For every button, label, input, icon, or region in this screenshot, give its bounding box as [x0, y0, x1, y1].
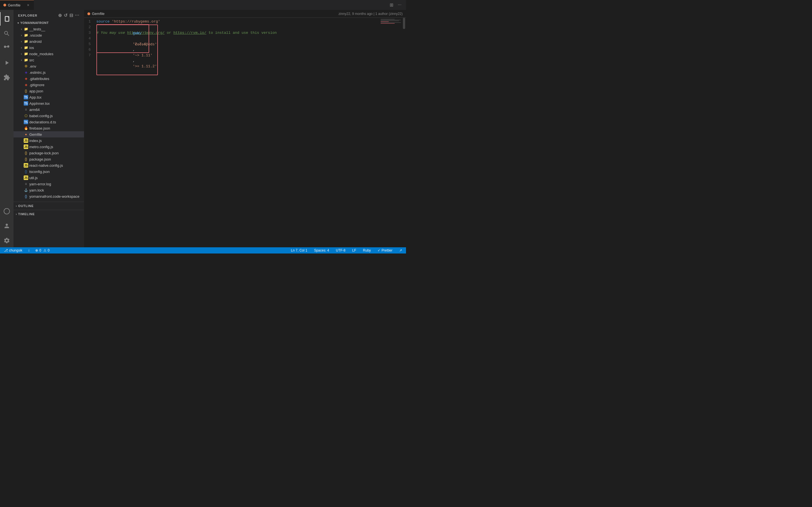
file-rn-config[interactable]: JS react-native.config.js [13, 162, 84, 168]
split-editor-icon[interactable]: ⊞ [389, 2, 395, 8]
golive-item[interactable]: ↗ [398, 247, 404, 253]
outline-header[interactable]: › OUTLINE [13, 203, 84, 209]
file-workspace[interactable]: {} yomannafront.code-workspace [13, 193, 84, 200]
folder-android[interactable]: › 📁 android [13, 38, 84, 45]
status-bar: ⎇ chungsik ↕ ⊗ 0 ⚠ 0 Ln 7, Col 1 Spaces:… [0, 247, 406, 253]
line-num-3: 3 [89, 30, 91, 36]
line-ending-item[interactable]: LF [350, 247, 358, 253]
errors-item[interactable]: ⊗ 0 ⚠ 0 [34, 247, 51, 253]
tab-close-button[interactable]: × [26, 2, 31, 8]
file-package-json[interactable]: {} package.json [13, 156, 84, 162]
file-env[interactable]: ⚙ .env [13, 63, 84, 69]
activity-item-settings[interactable] [0, 234, 13, 247]
collapse-icon[interactable]: ⊟ [69, 13, 73, 18]
file-metro-config[interactable]: JS metro.config.js [13, 144, 84, 150]
minimap-content [379, 18, 402, 25]
util-js-icon: JS [24, 175, 28, 180]
file-arm64[interactable]: ≡ arm64 [13, 107, 84, 113]
formatter-item[interactable]: ✓ Prettier [376, 247, 394, 253]
node-modules-folder-label: node_modules [29, 52, 53, 56]
declarations-label: declarations.d.ts [29, 120, 56, 124]
spaces-item[interactable]: Spaces: 4 [312, 247, 331, 253]
src-folder-label: src [29, 58, 34, 62]
activity-item-run[interactable] [0, 56, 13, 69]
file-app-tsx[interactable]: TS App.tsx [13, 94, 84, 100]
workspace-label: yomannafront.code-workspace [29, 194, 80, 199]
file-breadcrumb: Gemfile zinny22, 9 months ago | 1 author… [84, 10, 406, 18]
activity-item-account[interactable] [0, 219, 13, 233]
line-num-1: 1 [89, 19, 91, 24]
folder-src[interactable]: › 📁 src [13, 57, 84, 63]
comment-or: or [165, 30, 173, 36]
node-modules-arrow-icon: › [19, 52, 24, 56]
root-folder[interactable]: ▾ YOMANNAFRONT [13, 20, 84, 26]
scrollbar-thumb[interactable] [403, 18, 405, 29]
ios-folder-label: ios [29, 46, 34, 50]
activity-item-explorer[interactable] [0, 12, 13, 25]
mini-line-2 [380, 20, 401, 20]
index-js-icon: JS [24, 138, 28, 143]
file-yarn-error[interactable]: ≡ yarn-error.log [13, 181, 84, 187]
language-item[interactable]: Ruby [361, 247, 372, 253]
mini-line-4 [380, 21, 389, 22]
ios-folder-icon: 📁 [24, 45, 28, 50]
activity-item-extensions[interactable] [0, 71, 13, 84]
activity-item-remote[interactable] [0, 205, 13, 218]
activity-item-search[interactable] [0, 27, 13, 40]
line-numbers: 1 2 3 4 5 6 7 [84, 19, 95, 247]
file-package-lock[interactable]: {} package-lock.json [13, 150, 84, 156]
activity-item-source-control[interactable] [0, 41, 13, 55]
more-actions-icon[interactable]: ··· [397, 2, 403, 8]
file-eslintrc[interactable]: ◈ .eslintrc.js [13, 69, 84, 75]
minimap [379, 18, 402, 247]
file-declarations[interactable]: TS declarations.d.ts [13, 119, 84, 125]
link-rvm[interactable]: https://rvm.io/ [173, 30, 206, 36]
timeline-label: TIMELINE [18, 212, 35, 216]
folder-vscode[interactable]: › 📁 .vscode [13, 32, 84, 38]
file-index-js[interactable]: JS index.js [13, 137, 84, 144]
gitignore-file-icon: ◈ [24, 82, 28, 87]
file-gitignore[interactable]: ◈ .gitignore [13, 82, 84, 88]
eslintrc-file-label: .eslintrc.js [29, 70, 46, 75]
gemfile-icon: ● [24, 132, 28, 136]
code-content[interactable]: source 'https://rubygems.org' # You may … [95, 19, 379, 247]
file-tsconfig[interactable]: {} tsconfig.json [13, 168, 84, 175]
folder-ios[interactable]: › 📁 ios [13, 45, 84, 51]
breadcrumb-filename: Gemfile [92, 11, 105, 16]
folder-node-modules[interactable]: › 📁 node_modules [13, 51, 84, 57]
metro-config-label: metro.config.js [29, 145, 53, 149]
encoding-item[interactable]: UTF-8 [334, 247, 347, 253]
file-app-json[interactable]: {} app.json [13, 88, 84, 94]
tests-folder-icon: 📁 [24, 27, 28, 31]
file-gitattributes[interactable]: ◈ .gitattributes [13, 75, 84, 82]
file-util-js[interactable]: JS util.js [13, 175, 84, 181]
tab-bar: Gemfile × ⊞ ··· [0, 0, 406, 10]
position-item[interactable]: Ln 7, Col 1 [289, 247, 309, 253]
git-branch-item[interactable]: ⎇ chungsik [2, 247, 24, 253]
mini-line-1 [380, 19, 395, 19]
file-babel-config[interactable]: ⬡ babel.config.js [13, 113, 84, 119]
metro-config-icon: JS [24, 145, 28, 149]
workspace-icon: {} [24, 194, 28, 199]
folder-tests[interactable]: › 📁 __tests__ [13, 26, 84, 32]
file-firebase[interactable]: 🔥 firebase.json [13, 125, 84, 131]
more-icon[interactable]: ··· [75, 13, 80, 18]
scrollbar-track[interactable] [402, 18, 406, 247]
refresh-icon[interactable]: ↺ [64, 13, 68, 18]
ios-arrow-icon: › [19, 45, 24, 50]
kw-gem: gem [133, 31, 139, 36]
warning-icon: ⚠ [43, 248, 47, 252]
file-gemfile[interactable]: ● Gemfile [13, 131, 84, 137]
code-editor[interactable]: 1 2 3 4 5 6 7 source 'htt [84, 18, 379, 247]
comment-rest: to install and use this version [206, 30, 277, 36]
file-appinner-tsx[interactable]: TS AppInner.tsx [13, 100, 84, 107]
line-num-7: 7 [89, 53, 91, 58]
formatter-icon: ✓ [377, 248, 380, 252]
new-file-icon[interactable]: ⊕ [58, 13, 62, 18]
timeline-header[interactable]: › TIMELINE [13, 211, 84, 217]
mini-line-3 [380, 20, 399, 21]
file-yarn-lock[interactable]: ⚓ yarn.lock [13, 187, 84, 193]
sync-item[interactable]: ↕ [26, 247, 31, 253]
tab-gemfile[interactable]: Gemfile × [0, 0, 34, 10]
code-line-1: source 'https://rubygems.org' [96, 19, 379, 24]
